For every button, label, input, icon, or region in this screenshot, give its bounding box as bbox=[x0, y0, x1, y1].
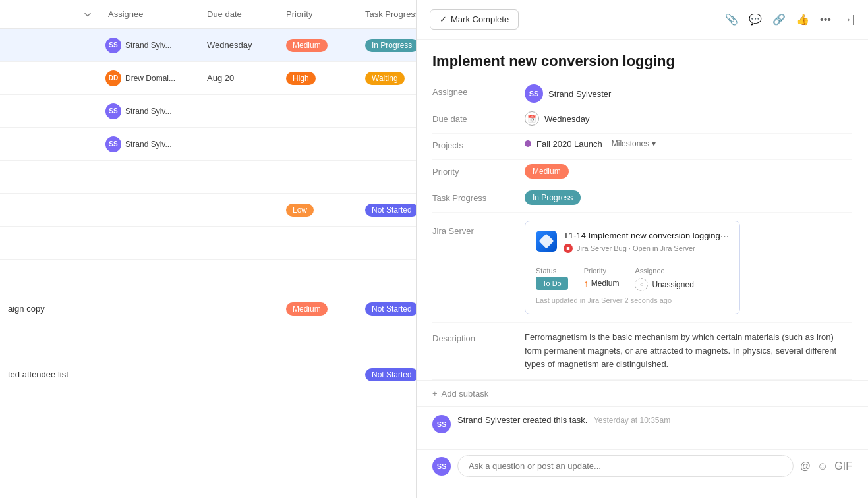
jira-card-subtitle: ■ Jira Server Bug · Open in Jira Server bbox=[564, 244, 720, 253]
cell-priority: Low bbox=[278, 204, 357, 217]
cell-duedate: Wednesday bbox=[199, 40, 278, 50]
projects-value: Fall 2020 Launch Milestones ▾ bbox=[525, 138, 852, 150]
priority-badge[interactable]: Low bbox=[286, 204, 314, 217]
like-icon[interactable]: 👍 bbox=[796, 13, 809, 26]
activity-action: created this task. bbox=[523, 415, 587, 425]
jira-card-info: T1-14 Implement new conversion logging ■… bbox=[564, 231, 720, 253]
jira-last-updated: Last updated in Jira Server 2 seconds ag… bbox=[536, 296, 729, 304]
milestones-button[interactable]: Milestones ▾ bbox=[608, 138, 660, 150]
jira-ticket-id: T1-14 bbox=[564, 231, 586, 240]
task-progress-badge[interactable]: Not Started bbox=[365, 204, 416, 217]
task-progress-badge: In Progress bbox=[525, 190, 581, 205]
cell-task-progress: Not Started bbox=[357, 204, 416, 217]
more-options-icon[interactable]: ••• bbox=[820, 14, 831, 26]
jira-card-header: T1-14 Implement new conversion logging ■… bbox=[536, 231, 729, 253]
table-row[interactable] bbox=[0, 325, 416, 358]
assignee-value[interactable]: SS Strand Sylvester bbox=[525, 84, 852, 103]
jira-ticket-title[interactable]: T1-14 Implement new conversion logging bbox=[564, 231, 720, 242]
assignee-label: Assignee bbox=[432, 84, 525, 97]
mark-complete-button[interactable]: ✓ Mark Complete bbox=[430, 9, 519, 30]
description-text: Ferromagnetism is the basic mechanism by… bbox=[525, 331, 852, 372]
attachment-icon[interactable]: 📎 bbox=[725, 13, 738, 26]
cell-name: aign copy bbox=[0, 304, 100, 314]
jira-logo-icon bbox=[536, 231, 557, 252]
cell-duedate: Aug 20 bbox=[199, 73, 278, 83]
avatar: SS bbox=[105, 38, 121, 53]
jira-priority-value: ↑ Medium bbox=[584, 278, 620, 289]
jira-server-label: Jira Server bbox=[432, 221, 525, 236]
chevron-down-icon: ▾ bbox=[652, 139, 656, 148]
col-toggle[interactable] bbox=[0, 10, 100, 19]
priority-badge[interactable]: Medium bbox=[286, 39, 328, 52]
col-taskprogress-header: Task Progress bbox=[357, 9, 417, 19]
field-row-duedate: Due date 📅 Wednesday bbox=[432, 107, 852, 134]
emoji-icon[interactable]: ☺ bbox=[817, 460, 828, 472]
cell-assignee: SSStrand Sylv... bbox=[100, 103, 199, 119]
table-row[interactable]: SSStrand Sylv... bbox=[0, 128, 416, 161]
comment-icon[interactable]: 💬 bbox=[749, 13, 762, 26]
jira-assignee-label: Assignee bbox=[635, 267, 693, 275]
checkmark-icon: ✓ bbox=[440, 14, 447, 24]
task-fields: Assignee SS Strand Sylvester Due date 📅 … bbox=[417, 80, 868, 380]
cell-name: ted attendee list bbox=[0, 370, 100, 379]
jira-status-badge[interactable]: To Do bbox=[536, 277, 568, 290]
jira-more-button[interactable]: ··· bbox=[720, 231, 729, 242]
priority-badge[interactable]: Medium bbox=[286, 302, 328, 316]
jira-card-title-row: T1-14 Implement new conversion logging ■… bbox=[536, 231, 720, 253]
cell-assignee: DDDrew Domai... bbox=[100, 70, 199, 86]
project-name[interactable]: Fall 2020 Launch bbox=[536, 139, 602, 149]
table-row[interactable]: DDDrew Domai...Aug 20HighWaiting bbox=[0, 62, 416, 95]
comment-input[interactable] bbox=[457, 455, 794, 477]
calendar-icon: 📅 bbox=[525, 111, 539, 126]
priority-badge: Medium bbox=[525, 164, 569, 179]
field-row-priority: Priority Medium bbox=[432, 160, 852, 186]
add-subtask-row[interactable]: + Add subtask bbox=[417, 380, 868, 406]
plus-icon: + bbox=[432, 389, 438, 399]
task-progress-badge[interactable]: Waiting bbox=[365, 72, 405, 85]
priority-badge[interactable]: High bbox=[286, 72, 316, 85]
task-progress-value[interactable]: In Progress bbox=[525, 190, 852, 205]
task-progress-badge[interactable]: Not Started bbox=[365, 302, 416, 316]
cell-priority: High bbox=[278, 72, 357, 85]
col-assignee-header: Assignee bbox=[100, 9, 199, 19]
jira-ticket-name: Implement new conversion logging bbox=[589, 231, 720, 240]
milestones-label: Milestones bbox=[612, 139, 649, 148]
link-icon[interactable]: 🔗 bbox=[772, 13, 786, 26]
due-date-value[interactable]: 📅 Wednesday bbox=[525, 111, 852, 126]
due-date-text: Wednesday bbox=[544, 114, 589, 124]
jira-priority-text: Medium bbox=[591, 279, 620, 288]
field-row-jira: Jira Server T1-14 Implement new conversi… bbox=[432, 213, 852, 323]
table-row[interactable]: SSStrand Sylv...WednesdayMediumIn Progre… bbox=[0, 29, 416, 62]
add-subtask-label: Add subtask bbox=[442, 389, 489, 399]
table-row[interactable]: SSStrand Sylv... bbox=[0, 95, 416, 128]
jira-assignee-text: Unassigned bbox=[652, 280, 693, 289]
at-icon[interactable]: @ bbox=[800, 460, 811, 472]
jira-source-text[interactable]: Jira Server Bug · Open in Jira Server bbox=[577, 244, 695, 252]
gif-icon[interactable]: GIF bbox=[834, 460, 852, 472]
comment-box: SS @ ☺ GIF bbox=[417, 449, 868, 482]
table-row[interactable]: LowNot Started bbox=[0, 194, 416, 227]
table-row[interactable] bbox=[0, 227, 416, 260]
table-row[interactable] bbox=[0, 161, 416, 194]
task-progress-badge[interactable]: Not Started bbox=[365, 368, 416, 381]
comment-avatar: SS bbox=[432, 457, 451, 476]
cell-priority: Medium bbox=[278, 302, 357, 316]
jira-assignee-field: Assignee ○ Unassigned bbox=[635, 267, 693, 291]
table-row[interactable] bbox=[0, 260, 416, 292]
task-progress-badge[interactable]: In Progress bbox=[365, 39, 416, 52]
avatar: SS bbox=[105, 136, 121, 152]
jira-diamond-icon bbox=[539, 234, 554, 249]
comment-actions: @ ☺ GIF bbox=[800, 460, 852, 472]
expand-icon[interactable]: →| bbox=[842, 14, 855, 26]
priority-value[interactable]: Medium bbox=[525, 164, 852, 179]
jira-priority-field: Priority ↑ Medium bbox=[584, 267, 620, 291]
chevron-down-icon bbox=[83, 10, 92, 19]
activity-section: SS Strand Sylvester created this task. Y… bbox=[417, 406, 868, 449]
activity-avatar: SS bbox=[432, 415, 451, 433]
table-row[interactable]: ted attendee listNot Started bbox=[0, 358, 416, 391]
bug-icon: ■ bbox=[564, 244, 573, 253]
priority-label: Priority bbox=[432, 164, 525, 177]
table-row[interactable]: aign copyMediumNot Started bbox=[0, 292, 416, 325]
activity-content: Strand Sylvester created this task. Yest… bbox=[457, 415, 670, 425]
task-toolbar: ✓ Mark Complete 📎 💬 🔗 👍 ••• →| bbox=[417, 0, 868, 40]
